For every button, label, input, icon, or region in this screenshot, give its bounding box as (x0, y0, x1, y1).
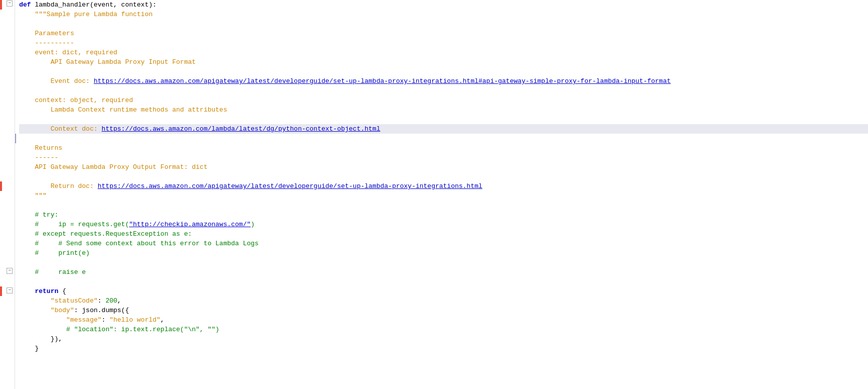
event-doc-link[interactable]: https://docs.aws.amazon.com/apigateway/l… (94, 76, 671, 86)
docstring-return-doc-label: Return doc: (19, 181, 98, 191)
code-line-8 (19, 67, 868, 76)
docstring-event: event: dict, required (19, 48, 117, 57)
code-line-17: ------ (19, 153, 868, 162)
code-line-20: Return doc: https://docs.aws.amazon.com/… (19, 181, 868, 191)
comment-print: # print(e) (19, 248, 90, 258)
code-line-4: Parameters (19, 29, 868, 38)
docstring-returns-sep: ------ (19, 153, 58, 162)
code-line-16: Returns (19, 143, 868, 153)
message-val: "hello world" (109, 315, 160, 325)
keyword-def: def (19, 0, 35, 10)
code-line-28 (19, 258, 868, 267)
checkip-link[interactable]: "http://checkip.amazonaws.com/" (129, 220, 251, 229)
code-line-19 (19, 172, 868, 181)
comma-2: , (161, 315, 165, 325)
code-line-15 (19, 134, 868, 143)
code-line-10 (19, 86, 868, 95)
fold-icon-2[interactable]: − (7, 268, 13, 274)
comment-ip-label: # ip = requests.get( (19, 220, 129, 229)
code-area: def lambda_handler(event, context): """S… (15, 0, 868, 389)
code-line-36: }), (19, 334, 868, 344)
code-line-13 (19, 115, 868, 124)
code-line-5: ---------- (19, 38, 868, 48)
code-line-2: """Sample pure Lambda function (19, 10, 868, 19)
code-line-34: "message": "hello world", (19, 315, 868, 325)
docstring-output: API Gateway Lambda Proxy Output Format: … (19, 162, 207, 172)
docstring-event-doc-label: Event doc: (19, 76, 94, 86)
code-line-1: def lambda_handler(event, context): (19, 0, 868, 10)
editor-container: − − − def lambda_handler(event, context)… (0, 0, 868, 389)
docstring-parameters: Parameters (19, 29, 74, 38)
docstring-api-input: API Gateway Lambda Proxy Input Format (19, 57, 196, 67)
fold-icon-1[interactable]: − (7, 1, 13, 7)
code-line-9: Event doc: https://docs.aws.amazon.com/a… (19, 76, 868, 86)
comment-ip-close: ) (251, 220, 255, 229)
punctuation: (event, context): (90, 0, 156, 10)
code-line-12: Lambda Context runtime methods and attri… (19, 105, 868, 115)
docstring-context: context: object, required (19, 95, 133, 105)
status-code-key: "statusCode" (19, 296, 98, 306)
return-doc-link[interactable]: https://docs.aws.amazon.com/apigateway/l… (98, 181, 483, 191)
code-line-7: API Gateway Lambda Proxy Input Format (19, 57, 868, 67)
colon-2: : json.dumps({ (74, 306, 129, 315)
body-key: "body" (19, 306, 74, 315)
code-line-18: API Gateway Lambda Proxy Output Format: … (19, 162, 868, 172)
fold-icon-3[interactable]: − (7, 287, 13, 294)
docstring-returns: Returns (19, 143, 62, 153)
code-line-25: # except requests.RequestException as e: (19, 229, 868, 239)
code-line-14: Context doc: https://docs.aws.amazon.com… (19, 124, 868, 134)
func-name: lambda_handler (35, 0, 90, 10)
code-line-32: "statusCode": 200, (19, 296, 868, 306)
code-line-21: """ (19, 191, 868, 201)
code-line-23: # try: (19, 210, 868, 220)
message-key: "message" (19, 315, 102, 325)
code-line-33: "body": json.dumps({ (19, 306, 868, 315)
docstring-context-doc-label: Context doc: (19, 124, 102, 134)
comment-location: # "location": ip.text.replace("\n", "") (19, 325, 219, 334)
code-line-22 (19, 201, 868, 210)
context-doc-link[interactable]: https://docs.aws.amazon.com/lambda/lates… (102, 124, 380, 134)
code-line-3 (19, 19, 868, 29)
comment-try: # try: (19, 210, 58, 220)
code-line-27: # print(e) (19, 248, 868, 258)
comma-1: , (117, 296, 121, 306)
code-line-6: event: dict, required (19, 48, 868, 57)
comment-except: # except requests.RequestException as e: (19, 229, 192, 239)
code-line-37: } (19, 344, 868, 353)
code-line-24: # ip = requests.get("http://checkip.amaz… (19, 220, 868, 229)
close-return: } (19, 344, 39, 353)
colon-3: : (102, 315, 110, 325)
vertical-cursor-line (15, 134, 16, 143)
gutter-marker-1 (0, 0, 2, 10)
docstring-separator: ---------- (19, 38, 74, 48)
docstring-context-desc: Lambda Context runtime methods and attri… (19, 105, 227, 115)
open-brace: { (62, 286, 66, 296)
status-code-val: 200 (106, 296, 117, 306)
comment-raise: # raise e (19, 267, 86, 277)
code-line-29: # raise e (19, 267, 868, 277)
gutter-marker-3 (0, 286, 2, 296)
colon-1: : (98, 296, 106, 306)
close-dumps: }), (19, 334, 62, 344)
comment-send: # # Send some context about this error t… (19, 239, 259, 248)
line-gutter: − − − (0, 0, 15, 389)
code-line-26: # # Send some context about this error t… (19, 239, 868, 248)
docstring-end: """ (19, 191, 47, 201)
code-line-11: context: object, required (19, 95, 868, 105)
gutter-marker-2 (0, 181, 2, 191)
keyword-return: return (19, 286, 62, 296)
code-line-30 (19, 277, 868, 286)
docstring-start: """Sample pure Lambda function (19, 10, 152, 19)
code-line-35: # "location": ip.text.replace("\n", "") (19, 325, 868, 334)
code-line-31: return { (19, 286, 868, 296)
